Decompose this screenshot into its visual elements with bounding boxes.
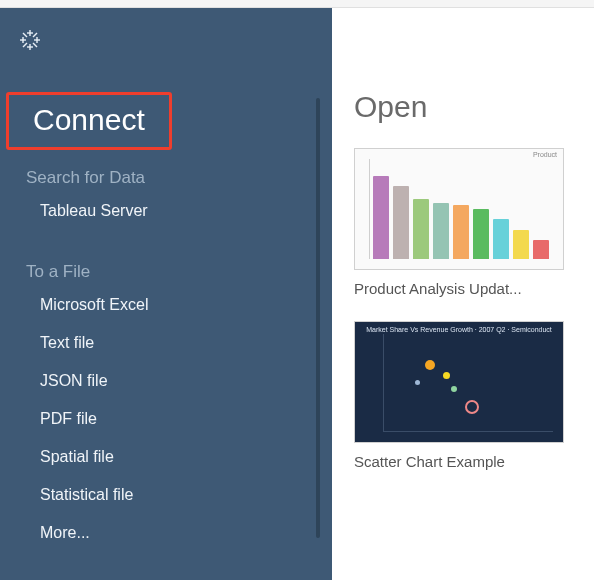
workbook-label: Scatter Chart Example: [354, 453, 564, 470]
thumb-subtitle: Market Share Vs Revenue Growth · 2007 Q2…: [355, 326, 563, 333]
svg-line-9: [33, 33, 37, 37]
workbook-thumbnail: Market Share Vs Revenue Growth · 2007 Q2…: [354, 321, 564, 443]
tableau-logo-icon: [18, 38, 42, 55]
app-logo-area: [0, 20, 332, 92]
workbook-card-product-analysis[interactable]: Product Product Analysis Updat...: [354, 148, 564, 297]
open-heading: Open: [354, 8, 582, 148]
window-topbar: [0, 0, 594, 8]
main-layout: Connect Search for Data Tableau Server T…: [0, 8, 594, 580]
workbook-thumbnail: Product: [354, 148, 564, 270]
scatter-chart-thumbnail-icon: Market Share Vs Revenue Growth · 2007 Q2…: [355, 322, 563, 442]
to-a-file-label: To a File: [0, 252, 332, 286]
svg-line-10: [23, 43, 27, 47]
sidebar-scroll-divider: [316, 98, 320, 538]
connect-heading: Connect: [6, 92, 172, 150]
connect-item-pdf-file[interactable]: PDF file: [0, 400, 332, 438]
connect-item-statistical-file[interactable]: Statistical file: [0, 476, 332, 514]
connect-item-text-file[interactable]: Text file: [0, 324, 332, 362]
connect-item-tableau-server[interactable]: Tableau Server: [0, 192, 332, 230]
connect-item-spatial-file[interactable]: Spatial file: [0, 438, 332, 476]
section-gap: [0, 230, 332, 252]
svg-line-11: [33, 43, 37, 47]
open-panel: Open Product Product Analysis Updat... M…: [332, 8, 594, 580]
workbook-card-scatter-example[interactable]: Market Share Vs Revenue Growth · 2007 Q2…: [354, 321, 564, 470]
bar-chart-thumbnail-icon: Product: [355, 149, 563, 269]
connect-item-json-file[interactable]: JSON file: [0, 362, 332, 400]
svg-line-8: [23, 33, 27, 37]
connect-item-excel[interactable]: Microsoft Excel: [0, 286, 332, 324]
connect-sidebar: Connect Search for Data Tableau Server T…: [0, 8, 332, 580]
workbook-label: Product Analysis Updat...: [354, 280, 564, 297]
thumb-subtitle: Product: [533, 151, 557, 158]
search-for-data-label: Search for Data: [0, 158, 332, 192]
connect-item-more[interactable]: More...: [0, 514, 332, 552]
